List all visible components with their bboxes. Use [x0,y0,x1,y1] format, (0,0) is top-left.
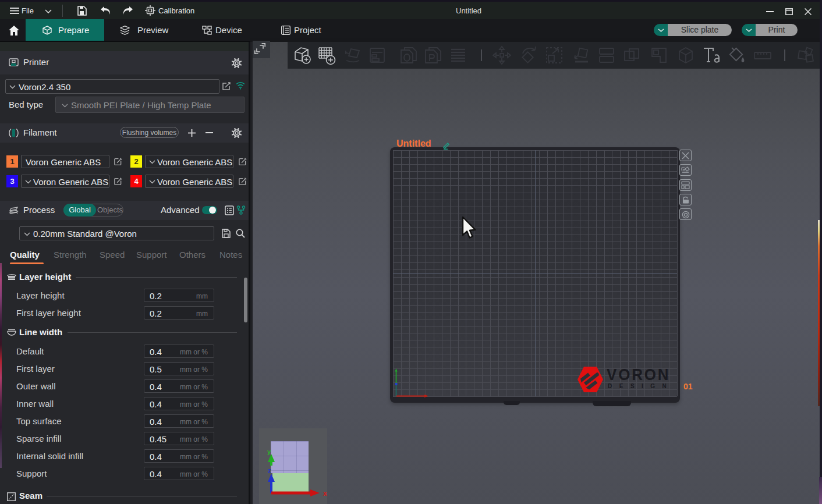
svg-text:z: z [268,467,271,474]
svg-text:y: y [267,448,271,455]
svg-text:x: x [323,489,327,498]
